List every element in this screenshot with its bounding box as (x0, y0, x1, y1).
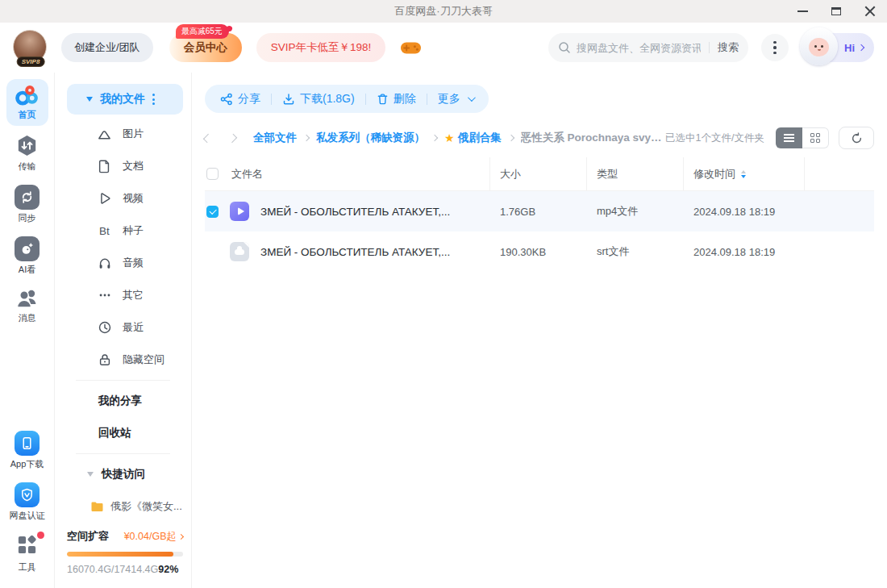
sidebar-item-quick-folder[interactable]: 俄影《微笑女... (55, 490, 191, 523)
breadcrumb-series[interactable]: 私发系列（稀缺资源） (316, 131, 425, 145)
storage-progress-bar (67, 552, 183, 557)
forward-button[interactable] (228, 133, 237, 142)
search-box[interactable]: 搜索 (548, 33, 748, 62)
rail-item-app-download[interactable]: App下载 (6, 425, 48, 475)
search-button[interactable]: 搜索 (718, 40, 739, 55)
more-button[interactable]: 更多 (438, 92, 473, 106)
refresh-button[interactable] (839, 127, 874, 149)
window-title: 百度网盘·刀刀大表哥 (0, 4, 887, 19)
select-all-checkbox[interactable] (206, 168, 219, 180)
rail-item-home[interactable]: 首页 (6, 79, 48, 126)
member-center-button[interactable]: 会员中心 最高减65元 (169, 33, 242, 62)
pictures-icon (97, 127, 112, 142)
breadcrumb-collection[interactable]: 俄剧合集 (458, 131, 502, 145)
close-button[interactable] (853, 0, 887, 23)
rail-item-sync[interactable]: 同步 (6, 179, 48, 229)
file-size: 190.30KB (490, 246, 587, 258)
rail-item-tools[interactable]: 工具 (6, 528, 48, 578)
sidebar-item-other[interactable]: 其它 (55, 279, 191, 311)
sidebar-item-recycle-bin[interactable]: 回收站 (55, 417, 191, 449)
minimize-button[interactable] (785, 0, 819, 23)
sidebar-item-hidden-space[interactable]: 隐藏空间 (55, 344, 191, 376)
sidebar-item-videos[interactable]: 视频 (55, 182, 191, 215)
sidebar-item-quick-access[interactable]: 快捷访问 (55, 458, 191, 490)
folder-icon (90, 501, 104, 512)
view-toggle (776, 127, 829, 148)
back-button[interactable] (203, 133, 212, 142)
chevron-right-icon (178, 533, 184, 539)
file-type: mp4文件 (587, 204, 684, 219)
star-icon (444, 131, 458, 145)
documents-icon (97, 159, 112, 174)
table-row[interactable]: ЗМЕЙ - ОБОЛЬСТИТЕЛЬ АТАКУЕТ,... 1.76GB m… (205, 191, 874, 231)
storage-price-link[interactable]: ¥0.04/GB起 (124, 530, 183, 544)
user-logo[interactable]: SVIP8 (13, 30, 48, 65)
main-panel: 分享 下载(1.8G) 删除 更多 (192, 73, 887, 588)
rail-item-certification[interactable]: 网盘认证 (6, 477, 48, 527)
rail-item-transfer[interactable]: 传输 (6, 127, 48, 177)
action-toolbar: 分享 下载(1.8G) 删除 更多 (205, 85, 489, 113)
divider (427, 94, 427, 105)
breadcrumb-all-files[interactable]: 全部文件 (253, 131, 297, 145)
grid-view-button[interactable] (802, 127, 829, 148)
game-center-button[interactable] (400, 40, 422, 56)
share-icon (220, 93, 233, 106)
download-button[interactable]: 下载(1.8G) (282, 92, 355, 106)
bt-icon: Bt (97, 223, 112, 239)
chevron-down-icon (468, 94, 476, 102)
sidebar-item-documents[interactable]: 文档 (55, 150, 191, 182)
chevron-down-icon (86, 97, 93, 102)
chevron-separator-icon (431, 135, 438, 141)
chevron-separator-icon (507, 135, 514, 141)
search-input[interactable] (577, 42, 701, 54)
transfer-icon (15, 133, 40, 158)
selection-count-label: 已选中1个文件/文件夹 (665, 131, 764, 145)
delete-button[interactable]: 删除 (377, 92, 416, 106)
sidebar-item-my-shares[interactable]: 我的分享 (55, 385, 191, 417)
sidebar-item-my-files[interactable]: 我的文件 (67, 84, 183, 115)
breadcrumb: 全部文件 私发系列（稀缺资源） 俄剧合集 恶性关系 Porochnaya svy… (205, 127, 874, 149)
divider (365, 94, 366, 105)
sidebar-item-audio[interactable]: 音频 (55, 247, 191, 279)
account-pill[interactable]: Hi (803, 33, 874, 62)
sidebar-item-pictures[interactable]: 图片 (55, 118, 191, 150)
account-avatar (800, 27, 838, 65)
maximize-icon (831, 7, 841, 15)
table-row[interactable]: ЗМЕЙ - ОБОЛЬСТИТЕЛЬ АТАКУЕТ,... 190.30KB… (205, 231, 874, 272)
sidebar-item-torrents[interactable]: Bt 种子 (55, 215, 191, 247)
clock-icon (97, 320, 112, 336)
row-checkbox[interactable] (206, 206, 219, 218)
breadcrumb-current: 恶性关系 Porochnaya svyaz 1-4集合... (521, 131, 665, 145)
video-file-icon (230, 202, 249, 221)
gamepad-icon (400, 40, 422, 56)
share-button[interactable]: 分享 (220, 92, 260, 106)
sort-control[interactable] (741, 170, 746, 178)
search-icon (558, 41, 571, 54)
certification-icon (15, 482, 40, 507)
search-divider (709, 42, 710, 53)
svip-promo-button[interactable]: SVIP年卡低至￥198! (256, 33, 386, 62)
file-modified: 2024.09.18 18:19 (684, 206, 805, 218)
rail-item-messages[interactable]: 消息 (6, 282, 48, 329)
file-type: srt文件 (587, 244, 684, 259)
videos-icon (97, 191, 112, 206)
chevron-right-icon (858, 44, 864, 51)
storage-expand-label: 空间扩容 (67, 529, 109, 544)
greeting-label: Hi (844, 42, 855, 54)
more-menu-button[interactable] (761, 34, 789, 61)
grid-view-icon (810, 133, 821, 144)
sidebar-item-recent[interactable]: 最近 (55, 311, 191, 344)
rail-item-ai-view[interactable]: AI看 (6, 231, 48, 281)
netdisk-logo-icon (15, 85, 40, 106)
create-team-button[interactable]: 创建企业/团队 (61, 33, 153, 62)
list-view-button[interactable] (776, 127, 802, 148)
ellipsis-icon (97, 288, 112, 303)
refresh-icon (851, 132, 863, 144)
storage-progress-fill (67, 552, 173, 557)
divider (76, 453, 170, 454)
table-header: 文件名 大小 类型 修改时间 (205, 157, 874, 191)
trash-icon (377, 93, 389, 106)
file-modified: 2024.09.18 18:19 (684, 246, 805, 258)
my-files-menu-icon[interactable] (152, 94, 155, 105)
maximize-button[interactable] (819, 0, 853, 23)
